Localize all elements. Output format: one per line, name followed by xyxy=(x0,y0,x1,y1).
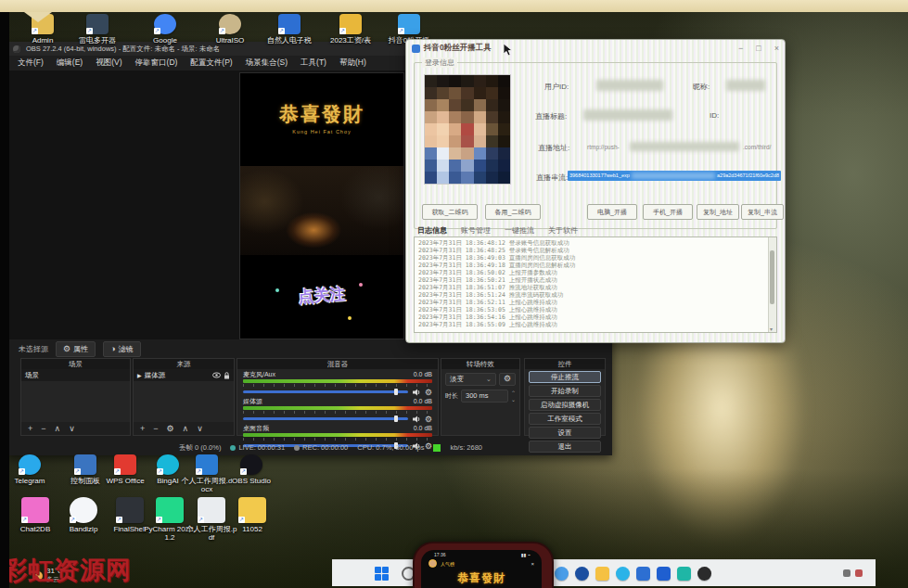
app-icon[interactable]: ↗ xyxy=(21,497,49,523)
stepper-arrows[interactable]: ⌃⌄ xyxy=(511,390,516,403)
source-properties-button[interactable]: ⚙ xyxy=(167,425,174,432)
start-button[interactable] xyxy=(375,567,389,581)
copy-address-button[interactable]: 复制_地址 xyxy=(697,204,739,220)
app-icon[interactable]: ↗ xyxy=(278,14,301,34)
desktop-icon[interactable]: ↗ Chat2DB xyxy=(8,497,62,533)
lock-icon[interactable] xyxy=(224,372,230,379)
desktop-icon[interactable]: ↗ Google xyxy=(138,14,192,45)
speaker-icon[interactable] xyxy=(412,388,421,397)
pc-start-stream-button[interactable]: 电脑_开播 xyxy=(587,204,637,220)
control-button[interactable]: 工作室模式 xyxy=(529,413,601,425)
menu-item[interactable]: 场景集合(S) xyxy=(239,58,294,69)
tray-icon[interactable] xyxy=(855,569,863,577)
app-icon[interactable]: ↗ xyxy=(86,14,109,34)
menu-item[interactable]: 配置文件(P) xyxy=(184,58,238,69)
menu-item[interactable]: 工具(T) xyxy=(294,58,333,69)
taskbar-app-icon[interactable] xyxy=(595,567,609,581)
desktop-icon[interactable]: ↗ OBS Studio xyxy=(224,454,278,485)
app-icon[interactable]: ↗ xyxy=(238,497,266,523)
control-button[interactable]: 设置 xyxy=(529,427,601,439)
app-icon[interactable]: ↗ xyxy=(198,497,225,523)
log-scrollbar[interactable]: ▾ xyxy=(768,237,776,332)
desktop-icon[interactable]: ↗ 自然人电子税 xyxy=(262,14,316,45)
taskbar-app-icon[interactable] xyxy=(636,567,650,581)
source-item[interactable]: ▶ 媒体源 xyxy=(134,369,234,381)
channel-gear-icon[interactable]: ⚙ xyxy=(425,415,432,423)
transition-gear-button[interactable]: ⚙ xyxy=(499,373,516,386)
scene-down-button[interactable]: ∨ xyxy=(69,424,75,433)
desktop-icon[interactable]: ↗ Telegram xyxy=(3,454,57,485)
volume-slider[interactable] xyxy=(243,390,408,393)
taskbar-app-icon[interactable] xyxy=(616,567,630,581)
scene-up-button[interactable]: ∧ xyxy=(55,424,61,433)
close-button[interactable]: × xyxy=(774,44,779,53)
speaker-icon[interactable] xyxy=(412,415,421,424)
remove-scene-button[interactable]: − xyxy=(41,424,45,433)
taskbar-app-icon[interactable] xyxy=(677,567,691,581)
app-icon[interactable]: ↗ xyxy=(339,14,362,34)
log-box[interactable]: 2023年7月31日 18:36:48:12 登录账号信息获取成功2023年7月… xyxy=(414,236,777,333)
app-icon[interactable]: ↗ xyxy=(70,497,97,523)
desktop-icon[interactable]: ↗ 雷电多开器 xyxy=(70,14,124,45)
desktop-icon[interactable]: ↗ 2023工资/表 xyxy=(324,14,377,45)
volume-slider[interactable] xyxy=(243,417,408,420)
app-icon[interactable]: ↗ xyxy=(116,497,144,523)
app-icon[interactable]: ↗ xyxy=(19,454,41,475)
slider-handle[interactable] xyxy=(394,415,398,422)
app-icon[interactable]: ↗ xyxy=(219,14,241,34)
minimize-button[interactable]: − xyxy=(738,44,743,53)
scrollbar-thumb[interactable] xyxy=(770,250,774,304)
app-icon[interactable]: ↗ xyxy=(74,454,96,475)
menu-item[interactable]: 帮助(H) xyxy=(333,58,373,69)
menu-item[interactable]: 停靠窗口(D) xyxy=(129,58,185,69)
menu-item[interactable]: 编辑(E) xyxy=(50,58,89,69)
desktop-icon[interactable]: ↗ UltraISO xyxy=(203,14,257,45)
desktop-icon[interactable]: ↗ 11052 xyxy=(225,497,279,533)
user-id-value[interactable] xyxy=(596,80,663,91)
source-up-button[interactable]: ∧ xyxy=(183,424,189,433)
remove-source-button[interactable]: − xyxy=(153,424,158,433)
app-icon[interactable]: ↗ xyxy=(398,14,420,34)
maximize-button[interactable]: □ xyxy=(756,44,761,53)
scene-item[interactable]: 场景 xyxy=(21,369,130,381)
backup-qrcode-button[interactable]: 备用_二维码 xyxy=(485,204,541,220)
video-canvas[interactable]: 恭喜發財 Kung Hei Fat Choy 点关注 xyxy=(239,72,404,339)
stream-title-value[interactable] xyxy=(583,109,672,121)
dialog-tab[interactable]: 关于软件 xyxy=(548,225,578,236)
dialog-tab[interactable]: 一键推流 xyxy=(505,225,534,236)
taskbar-app-icon[interactable] xyxy=(697,567,711,581)
scroll-down-arrow-icon[interactable]: ▾ xyxy=(770,326,773,332)
menu-item[interactable]: 视图(V) xyxy=(89,58,128,69)
visibility-eye-icon[interactable] xyxy=(212,372,221,378)
taskbar-app-icon[interactable] xyxy=(657,567,671,581)
system-tray[interactable] xyxy=(843,569,863,577)
control-button[interactable]: 启动虚拟摄像机 xyxy=(529,399,601,411)
app-icon[interactable]: ↗ xyxy=(240,454,262,475)
taskbar-app-icon[interactable] xyxy=(575,567,589,581)
add-source-button[interactable]: + xyxy=(140,424,145,433)
control-button[interactable]: 停止推流 xyxy=(529,371,601,383)
menu-item[interactable]: 文件(F) xyxy=(11,58,50,69)
dialog-titlebar[interactable]: 抖音0粉丝开播工具 − □ × xyxy=(406,40,785,57)
get-qrcode-button[interactable]: 获取_二维码 xyxy=(422,204,478,220)
phone-start-stream-button[interactable]: 手机_开播 xyxy=(643,204,693,220)
add-scene-button[interactable]: + xyxy=(28,424,32,433)
control-button[interactable]: 开始录制 xyxy=(529,385,601,397)
app-icon[interactable]: ↗ xyxy=(114,454,136,475)
properties-button[interactable]: ⚙ 属性 xyxy=(56,341,96,357)
duration-input[interactable]: 300 ms xyxy=(461,390,508,403)
source-down-button[interactable]: ∨ xyxy=(197,424,203,433)
app-icon[interactable]: ↗ xyxy=(154,14,176,34)
dialog-tab[interactable]: 日志信息 xyxy=(417,225,447,236)
stream-key-value[interactable]: 3968401330177web1_exp a29a2d34671f21f60e… xyxy=(568,171,781,181)
taskbar-app-icon[interactable] xyxy=(555,567,569,581)
transition-select[interactable]: 淡变 ⌄ xyxy=(445,373,496,386)
slider-handle[interactable] xyxy=(394,389,398,395)
app-icon[interactable]: ↗ xyxy=(157,454,179,475)
channel-gear-icon[interactable]: ⚙ xyxy=(425,389,432,396)
tray-icon[interactable] xyxy=(843,569,850,577)
copy-streamkey-button[interactable]: 复制_串流 xyxy=(741,204,784,220)
app-icon[interactable]: ↗ xyxy=(196,454,218,475)
app-icon[interactable]: ↗ xyxy=(156,497,184,523)
dialog-tab[interactable]: 账号管理 xyxy=(461,225,491,236)
